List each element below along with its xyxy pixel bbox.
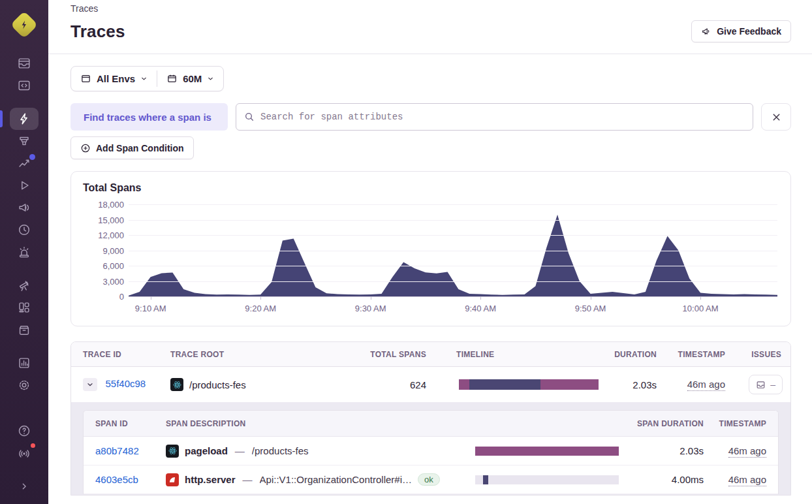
col-issues: ISSUES	[749, 350, 790, 359]
traces-table: TRACE ID TRACE ROOT TOTAL SPANS TIMELINE…	[70, 341, 791, 496]
filter-bar: All Envs 60M	[70, 66, 224, 91]
total-spans-chart-card: Total Spans 03,0006,0009,00012,00015,000…	[70, 171, 791, 326]
spans-table: SPAN ID SPAN DESCRIPTION SPAN DURATION T…	[83, 410, 779, 494]
span-op: pageload	[185, 445, 228, 456]
broadcast-icon	[17, 446, 31, 460]
chevron-right-icon	[18, 480, 31, 493]
total-spans-chart: 03,0006,0009,00012,00015,00018,000 9:10 …	[83, 198, 779, 309]
sidebar-item-insights[interactable]	[10, 152, 39, 174]
span-search-box	[236, 103, 753, 131]
trace-root-name: /products-fes	[189, 379, 246, 390]
lightning-bolt-icon	[10, 10, 39, 39]
gear-icon	[17, 378, 31, 392]
trace-duration: 2.03s	[630, 379, 659, 390]
span-description: Api::V1::OrganizationController#i…	[260, 474, 412, 485]
stats-icon	[17, 356, 31, 370]
chart-x-axis: 9:10 AM9:20 AM9:30 AM9:40 AM9:50 AM10:00…	[129, 296, 777, 297]
sidebar-item-crons[interactable]	[10, 219, 39, 241]
span-id-link[interactable]: a80b7482	[95, 445, 139, 456]
chart-title: Total Spans	[83, 182, 779, 194]
total-spans-value: 624	[407, 379, 429, 390]
sentry-logo[interactable]	[10, 10, 39, 39]
span-op: http.server	[185, 474, 236, 485]
sidebar-item-stats[interactable]	[10, 352, 39, 374]
trace-id-link[interactable]: 55f40c98	[105, 378, 146, 389]
time-range-filter-button[interactable]: 60M	[157, 67, 223, 91]
issues-icon	[756, 380, 766, 390]
span-description: /products-fes	[252, 445, 309, 456]
add-span-condition-button[interactable]: Add Span Condition	[70, 136, 194, 159]
megaphone-icon	[701, 26, 711, 37]
sidebar-item-traces[interactable]	[10, 108, 39, 130]
chevron-down-icon	[140, 75, 148, 82]
page-title: Traces	[70, 22, 125, 42]
chevron-down-icon	[86, 381, 94, 388]
col-timestamp: TIMESTAMP	[676, 350, 728, 359]
clear-search-button[interactable]	[761, 103, 791, 131]
sidebar	[0, 0, 48, 504]
span-row: 4603e5cb http.server — Api::V1::Organiza…	[84, 465, 778, 494]
window-icon	[80, 73, 91, 84]
traces-icon	[17, 112, 31, 126]
help-icon	[17, 424, 31, 438]
span-timestamp[interactable]: 46m ago	[728, 445, 766, 458]
telescope-icon	[17, 278, 31, 292]
chart-plot-area: 03,0006,0009,00012,00015,00018,000	[129, 204, 777, 296]
sidebar-item-replays[interactable]	[10, 174, 39, 197]
react-platform-icon	[166, 445, 179, 458]
sidebar-item-alerts[interactable]	[10, 241, 39, 263]
trace-timeline-bar	[459, 379, 599, 390]
span-search-input[interactable]	[260, 112, 745, 122]
breadcrumb[interactable]: Traces	[70, 3, 791, 14]
sidebar-item-settings[interactable]	[10, 374, 39, 396]
sidebar-collapse-button[interactable]	[10, 475, 39, 497]
whats-new-notification-dot	[29, 442, 37, 449]
chevron-down-icon	[207, 75, 214, 82]
spans-table-header: SPAN ID SPAN DESCRIPTION SPAN DURATION T…	[84, 411, 778, 437]
span-row: a80b7482 pageload — /products-fes 2.03s …	[84, 437, 778, 465]
react-platform-icon	[170, 378, 183, 391]
megaphone-icon	[17, 200, 31, 215]
sidebar-item-issues[interactable]	[10, 52, 39, 74]
sidebar-item-dashboards[interactable]	[10, 296, 39, 319]
col-total-spans: TOTAL SPANS	[367, 350, 429, 359]
replays-icon	[17, 178, 31, 193]
col-span-duration: SPAN DURATION	[634, 419, 706, 428]
sidebar-item-feedback[interactable]	[10, 197, 39, 219]
active-indicator	[0, 110, 3, 127]
main-content: Traces Traces Give Feedback All Envs 60M	[48, 0, 812, 504]
search-icon	[244, 112, 255, 122]
issues-pill[interactable]: –	[749, 375, 783, 394]
span-duration: 4.00ms	[669, 474, 706, 485]
span-timestamp[interactable]: 46m ago	[728, 473, 766, 486]
give-feedback-button[interactable]: Give Feedback	[691, 20, 791, 42]
profiling-icon	[17, 134, 31, 148]
trace-timestamp[interactable]: 46m ago	[687, 378, 725, 391]
col-span-id: SPAN ID	[84, 419, 163, 428]
sidebar-item-help[interactable]	[10, 420, 39, 442]
span-duration-bar	[475, 475, 619, 484]
plus-circle-icon	[80, 143, 91, 153]
col-span-timestamp: TIMESTAMP	[717, 419, 778, 428]
span-duration-bar	[475, 447, 619, 456]
projects-icon	[17, 78, 31, 93]
ruby-platform-icon	[166, 473, 179, 486]
find-traces-label: Find traces where a span is	[70, 103, 228, 131]
sidebar-item-profiling[interactable]	[10, 130, 39, 152]
span-duration: 2.03s	[677, 445, 706, 456]
span-status-badge: ok	[418, 473, 440, 486]
trace-row: 55f40c98 /products-fes 624 2.03s 46m ago…	[71, 367, 790, 402]
col-trace-root: TRACE ROOT	[168, 350, 364, 359]
span-id-link[interactable]: 4603e5cb	[95, 474, 138, 485]
sidebar-item-whats-new[interactable]	[10, 442, 39, 464]
sidebar-item-releases[interactable]	[10, 319, 39, 341]
sidebar-item-explore[interactable]	[10, 274, 39, 296]
close-icon	[771, 112, 782, 123]
dashboards-icon	[17, 300, 31, 315]
sidebar-item-projects[interactable]	[10, 74, 39, 97]
clock-icon	[17, 223, 31, 237]
collapse-trace-button[interactable]	[83, 378, 97, 391]
environment-filter-button[interactable]: All Envs	[71, 67, 157, 91]
archive-box-icon	[17, 323, 31, 337]
col-timeline: TIMELINE	[429, 350, 597, 359]
